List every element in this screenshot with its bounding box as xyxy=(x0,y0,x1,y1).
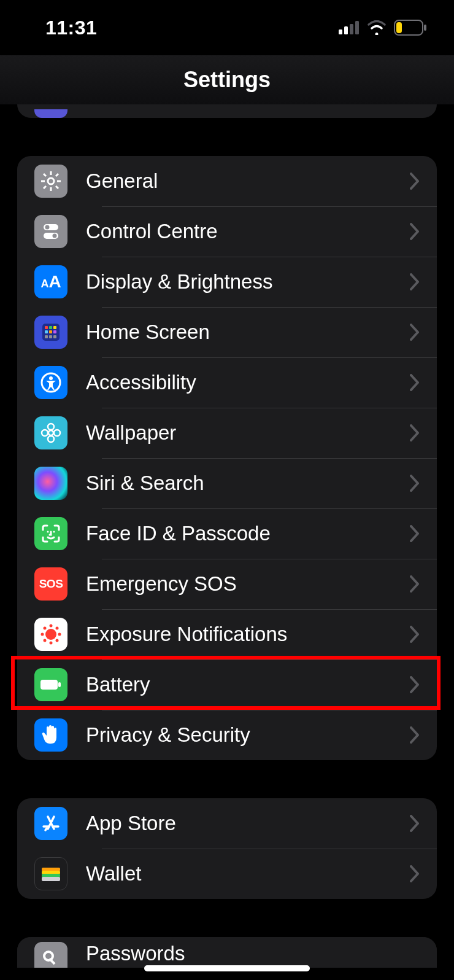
svg-rect-5 xyxy=(424,25,426,31)
svg-point-33 xyxy=(48,424,54,430)
row-control-centre[interactable]: Control Centre xyxy=(17,206,437,257)
row-faceid[interactable]: Face ID & Passcode xyxy=(17,508,437,559)
svg-point-34 xyxy=(48,436,54,442)
svg-rect-29 xyxy=(53,335,56,338)
row-label: Wallpaper xyxy=(86,421,410,445)
sos-icon: SOS xyxy=(34,567,67,601)
settings-group-3-partial: Passwords xyxy=(17,937,437,968)
chevron-right-icon xyxy=(410,575,420,593)
svg-point-43 xyxy=(58,633,61,636)
svg-rect-27 xyxy=(45,335,48,338)
chevron-right-icon xyxy=(410,815,420,832)
home-grid-icon xyxy=(34,316,67,349)
settings-group-1: General Control Centre AA Display & Brig… xyxy=(17,156,437,760)
row-exposure[interactable]: Exposure Notifications xyxy=(17,609,437,659)
svg-point-36 xyxy=(54,430,60,436)
row-label: General xyxy=(86,169,410,193)
row-partial-top[interactable] xyxy=(17,104,437,118)
page-title: Settings xyxy=(183,67,271,93)
chevron-right-icon xyxy=(410,223,420,240)
row-battery[interactable]: Battery xyxy=(17,659,437,710)
svg-line-15 xyxy=(56,174,58,176)
svg-rect-26 xyxy=(53,330,56,333)
row-label: Accessibility xyxy=(86,371,410,394)
row-label: Wallet xyxy=(86,862,410,885)
svg-rect-56 xyxy=(42,877,60,881)
svg-line-13 xyxy=(56,186,58,189)
row-privacy[interactable]: Privacy & Security xyxy=(17,710,437,760)
chevron-right-icon xyxy=(410,374,420,391)
svg-point-32 xyxy=(48,430,53,435)
status-indicators xyxy=(339,20,427,36)
row-display[interactable]: AA Display & Brightness xyxy=(17,257,437,307)
exposure-icon xyxy=(34,618,67,651)
svg-point-45 xyxy=(56,627,59,630)
row-accessibility[interactable]: Accessibility xyxy=(17,357,437,408)
row-passwords-partial[interactable]: Passwords xyxy=(17,937,437,968)
svg-rect-23 xyxy=(53,326,56,329)
row-label: Emergency SOS xyxy=(86,572,410,596)
chevron-right-icon xyxy=(410,173,420,190)
home-indicator[interactable] xyxy=(144,965,310,971)
svg-rect-2 xyxy=(350,24,353,34)
nav-bar: Settings xyxy=(0,55,454,104)
svg-rect-22 xyxy=(49,326,52,329)
svg-point-7 xyxy=(48,178,54,184)
svg-point-19 xyxy=(53,234,57,238)
screen: 11:31 Settings xyxy=(0,0,454,980)
svg-point-39 xyxy=(45,629,56,640)
chevron-right-icon xyxy=(410,525,420,542)
row-label: Battery xyxy=(86,673,410,696)
svg-rect-1 xyxy=(344,26,348,34)
row-app-store[interactable]: App Store xyxy=(17,798,437,849)
svg-rect-0 xyxy=(339,29,342,34)
chevron-right-icon xyxy=(410,424,420,441)
svg-point-35 xyxy=(42,430,48,436)
row-wallet[interactable]: Wallet xyxy=(17,849,437,899)
switches-icon xyxy=(34,215,67,248)
svg-line-52 xyxy=(45,828,47,830)
chevron-right-icon xyxy=(410,626,420,643)
row-siri[interactable]: Siri & Search xyxy=(17,458,437,508)
chevron-right-icon xyxy=(410,475,420,492)
svg-rect-21 xyxy=(45,326,48,329)
svg-point-41 xyxy=(50,642,53,645)
appstore-icon xyxy=(34,807,67,840)
row-label: Siri & Search xyxy=(86,472,410,495)
faceid-icon xyxy=(34,517,67,550)
battery-icon xyxy=(34,668,67,701)
chevron-right-icon xyxy=(410,273,420,290)
chevron-right-icon xyxy=(410,726,420,744)
svg-point-44 xyxy=(44,627,47,630)
settings-group-partial-top xyxy=(17,104,437,118)
row-label: Display & Brightness xyxy=(86,270,410,294)
hand-icon xyxy=(34,718,67,752)
row-label: App Store xyxy=(86,812,410,835)
svg-point-46 xyxy=(44,639,47,642)
row-label: Privacy & Security xyxy=(86,723,410,747)
cellular-icon xyxy=(339,21,360,34)
key-icon xyxy=(34,942,67,968)
row-home-screen[interactable]: Home Screen xyxy=(17,307,437,357)
svg-line-14 xyxy=(44,186,46,189)
svg-point-17 xyxy=(45,225,50,230)
row-label: Home Screen xyxy=(86,321,410,344)
row-general[interactable]: General xyxy=(17,156,437,206)
svg-rect-28 xyxy=(49,335,52,338)
svg-point-40 xyxy=(50,624,53,628)
row-label: Exposure Notifications xyxy=(86,623,410,646)
gear-icon xyxy=(34,165,67,198)
text-size-icon: AA xyxy=(34,265,67,298)
wifi-icon xyxy=(367,20,387,35)
row-wallpaper[interactable]: Wallpaper xyxy=(17,408,437,458)
svg-point-47 xyxy=(56,639,59,642)
row-sos[interactable]: SOS Emergency SOS xyxy=(17,559,437,609)
status-bar: 11:31 xyxy=(0,0,454,55)
svg-rect-3 xyxy=(355,21,359,34)
svg-point-37 xyxy=(47,531,49,533)
svg-rect-49 xyxy=(58,682,61,687)
row-label: Passwords xyxy=(86,942,185,965)
row-label: Face ID & Passcode xyxy=(86,522,410,545)
wallet-icon xyxy=(34,857,67,890)
settings-content[interactable]: General Control Centre AA Display & Brig… xyxy=(0,104,454,980)
